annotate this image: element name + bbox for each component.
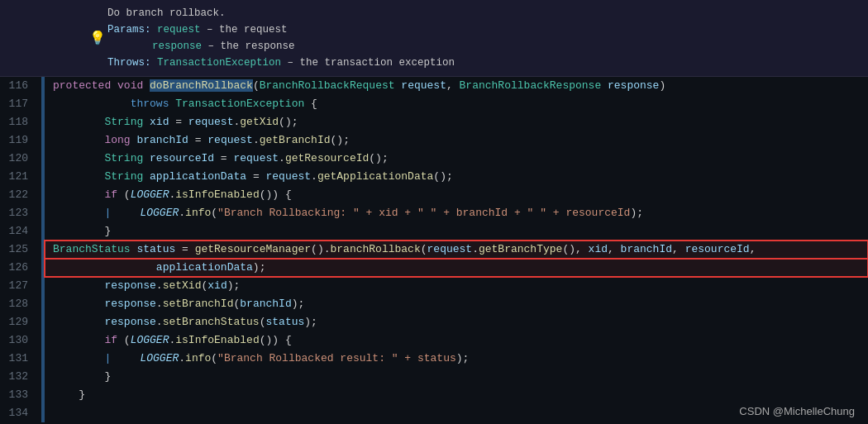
code-row-125: 125 BranchStatus status = getResourceMan… [0, 241, 868, 259]
code-line: response.setBranchStatus(status); [45, 313, 868, 331]
code-row-131: 131 | LOGGER.info("Branch Rollbacked res… [0, 350, 868, 368]
code-line: response.setBranchId(branchId); [45, 295, 868, 313]
code-row-133: 133 } [0, 386, 868, 404]
code-line: } [45, 368, 868, 386]
code-row-129: 129 response.setBranchStatus(status); [0, 313, 868, 331]
code-row-119: 119 long branchId = request.getBranchId(… [0, 131, 868, 150]
line-number: 119 [0, 131, 41, 150]
line-number: 127 [0, 277, 41, 295]
bulb-icon: 💡 [89, 30, 106, 46]
code-row-121: 121 String applicationData = request.get… [0, 168, 868, 186]
line-number: 124 [0, 222, 41, 241]
tooltip-panel: 💡 Do branch rollback. Params: request – … [0, 0, 868, 77]
code-line: String resourceId = request.getResourceI… [45, 150, 868, 168]
watermark: CSDN @MichelleChung [739, 405, 855, 417]
code-line: | LOGGER.info("Branch Rollbacked result:… [45, 350, 868, 368]
line-number: 122 [0, 186, 41, 204]
line-number: 120 [0, 150, 41, 168]
code-line: protected void doBranchRollback(BranchRo… [45, 77, 868, 95]
line-number: 116 [0, 77, 41, 95]
tooltip-line-4: Throws: TransactionException – the trans… [107, 55, 868, 71]
code-line: } [45, 222, 868, 241]
line-number: 131 [0, 350, 41, 368]
line-number: 123 [0, 204, 41, 222]
code-row-128: 128 response.setBranchId(branchId); [0, 295, 868, 313]
code-row-122: 122 if (LOGGER.isInfoEnabled()) { [0, 186, 868, 204]
line-number: 117 [0, 95, 41, 113]
code-line: long branchId = request.getBranchId(); [45, 131, 868, 150]
line-number: 132 [0, 368, 41, 386]
code-row-120: 120 String resourceId = request.getResou… [0, 150, 868, 168]
line-number: 128 [0, 295, 41, 313]
code-row-127: 127 response.setXid(xid); [0, 277, 868, 295]
line-number: 121 [0, 168, 41, 186]
line-number: 133 [0, 386, 41, 404]
code-row-118: 118 String xid = request.getXid(); [0, 113, 868, 131]
code-editor: 💡 Do branch rollback. Params: request – … [0, 0, 868, 424]
tooltip-line-1: Do branch rollback. [107, 5, 868, 21]
code-line: if (LOGGER.isInfoEnabled()) { [45, 186, 868, 204]
code-row-123: 123 | LOGGER.info("Branch Rollbacking: "… [0, 204, 868, 222]
code-row-124: 124 } [0, 222, 868, 241]
code-area: 116 protected void doBranchRollback(Bran… [0, 77, 868, 424]
code-line: applicationData); [45, 259, 868, 277]
code-line: String applicationData = request.getAppl… [45, 168, 868, 186]
code-line: BranchStatus status = getResourceManager… [45, 241, 868, 259]
line-number: 134 [0, 404, 41, 422]
code-row-134: 134 [0, 404, 868, 422]
code-line: } [45, 386, 868, 404]
code-line: if (LOGGER.isInfoEnabled()) { [45, 331, 868, 350]
code-row-132: 132 } [0, 368, 868, 386]
code-line: String xid = request.getXid(); [45, 113, 868, 131]
code-line: | LOGGER.info("Branch Rollbacking: " + x… [45, 204, 868, 222]
code-row-130: 130 if (LOGGER.isInfoEnabled()) { [0, 331, 868, 350]
tooltip-line-3: response – the response [107, 38, 868, 55]
line-number: 129 [0, 313, 41, 331]
line-number: 130 [0, 331, 41, 350]
code-row-126: 126 applicationData); [0, 259, 868, 277]
code-row-116: 116 protected void doBranchRollback(Bran… [0, 77, 868, 95]
line-number: 118 [0, 113, 41, 131]
line-number: 125 [0, 241, 41, 259]
tooltip-line-2: Params: request – the request [107, 21, 868, 38]
code-row-117: 117 throws TransactionException { [0, 95, 868, 113]
line-number: 126 [0, 259, 41, 277]
code-line: response.setXid(xid); [45, 277, 868, 295]
code-line: throws TransactionException { [45, 95, 868, 113]
